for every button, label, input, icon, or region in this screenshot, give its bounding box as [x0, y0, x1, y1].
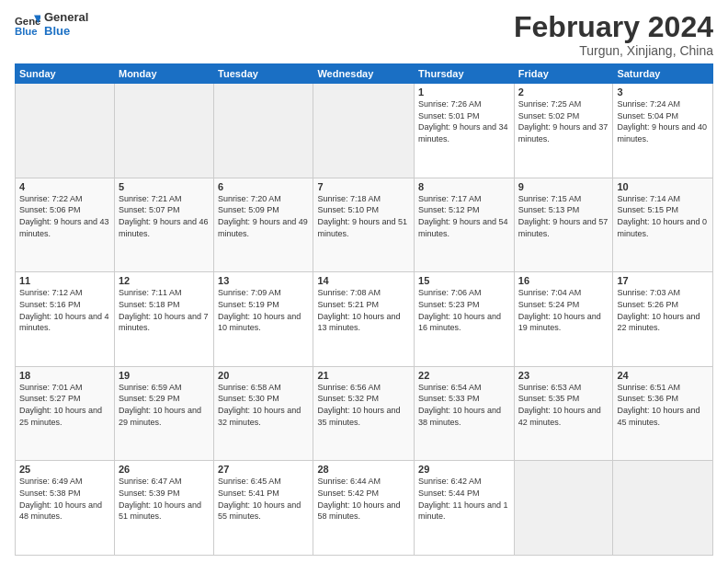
- calendar-table: Sunday Monday Tuesday Wednesday Thursday…: [15, 63, 713, 556]
- logo-general: General: [44, 11, 88, 25]
- week-row-3: 11Sunrise: 7:12 AM Sunset: 5:16 PM Dayli…: [16, 272, 713, 367]
- day-number: 3: [617, 86, 709, 98]
- day-info: Sunrise: 6:45 AM Sunset: 5:41 PM Dayligh…: [218, 476, 309, 522]
- day-cell: 28Sunrise: 6:44 AM Sunset: 5:42 PM Dayli…: [313, 461, 415, 556]
- day-number: 12: [119, 275, 210, 286]
- header: General Blue General Blue February 2024 …: [15, 11, 713, 58]
- day-cell: 8Sunrise: 7:17 AM Sunset: 5:12 PM Daylig…: [415, 178, 515, 272]
- day-info: Sunrise: 7:22 AM Sunset: 5:06 PM Dayligh…: [19, 193, 110, 239]
- day-info: Sunrise: 7:21 AM Sunset: 5:07 PM Dayligh…: [119, 193, 210, 239]
- week-row-1: 1Sunrise: 7:26 AM Sunset: 5:01 PM Daylig…: [16, 84, 713, 178]
- day-number: 27: [218, 464, 309, 475]
- day-info: Sunrise: 7:25 AM Sunset: 5:02 PM Dayligh…: [518, 98, 609, 144]
- day-cell: 13Sunrise: 7:09 AM Sunset: 5:19 PM Dayli…: [214, 272, 313, 367]
- day-cell: 22Sunrise: 6:54 AM Sunset: 5:33 PM Dayli…: [415, 366, 515, 461]
- day-cell: 19Sunrise: 6:59 AM Sunset: 5:29 PM Dayli…: [114, 366, 213, 461]
- day-cell: 29Sunrise: 6:42 AM Sunset: 5:44 PM Dayli…: [415, 461, 515, 556]
- day-number: 5: [119, 181, 210, 192]
- day-number: 14: [317, 275, 410, 286]
- day-cell: [313, 84, 415, 178]
- day-cell: 25Sunrise: 6:49 AM Sunset: 5:38 PM Dayli…: [16, 461, 115, 556]
- logo-blue: Blue: [44, 25, 88, 39]
- day-cell: 17Sunrise: 7:03 AM Sunset: 5:26 PM Dayli…: [613, 272, 713, 367]
- day-number: 20: [218, 370, 309, 381]
- day-info: Sunrise: 6:53 AM Sunset: 5:35 PM Dayligh…: [518, 382, 609, 428]
- logo: General Blue General Blue: [15, 11, 88, 39]
- day-number: 11: [19, 275, 110, 286]
- week-row-2: 4Sunrise: 7:22 AM Sunset: 5:06 PM Daylig…: [16, 178, 713, 272]
- day-number: 22: [418, 370, 510, 381]
- month-title: February 2024: [514, 11, 713, 43]
- day-cell: 24Sunrise: 6:51 AM Sunset: 5:36 PM Dayli…: [613, 366, 713, 461]
- day-info: Sunrise: 7:01 AM Sunset: 5:27 PM Dayligh…: [19, 382, 110, 428]
- day-info: Sunrise: 7:20 AM Sunset: 5:09 PM Dayligh…: [218, 193, 309, 239]
- day-cell: [114, 84, 213, 178]
- day-number: 13: [218, 275, 309, 286]
- day-cell: 4Sunrise: 7:22 AM Sunset: 5:06 PM Daylig…: [16, 178, 115, 272]
- day-number: 23: [518, 370, 609, 381]
- day-number: 15: [418, 275, 510, 286]
- day-info: Sunrise: 6:58 AM Sunset: 5:30 PM Dayligh…: [218, 382, 309, 428]
- calendar-page: General Blue General Blue February 2024 …: [0, 0, 728, 563]
- day-cell: [214, 84, 313, 178]
- day-cell: 27Sunrise: 6:45 AM Sunset: 5:41 PM Dayli…: [214, 461, 313, 556]
- week-row-5: 25Sunrise: 6:49 AM Sunset: 5:38 PM Dayli…: [16, 461, 713, 556]
- day-info: Sunrise: 7:24 AM Sunset: 5:04 PM Dayligh…: [617, 98, 709, 144]
- day-number: 16: [518, 275, 609, 286]
- day-number: 26: [119, 464, 210, 475]
- day-info: Sunrise: 7:18 AM Sunset: 5:10 PM Dayligh…: [317, 193, 410, 239]
- day-cell: 10Sunrise: 7:14 AM Sunset: 5:15 PM Dayli…: [613, 178, 713, 272]
- day-number: 9: [518, 181, 609, 192]
- day-cell: 20Sunrise: 6:58 AM Sunset: 5:30 PM Dayli…: [214, 366, 313, 461]
- day-number: 17: [617, 275, 709, 286]
- day-number: 29: [418, 464, 510, 475]
- day-info: Sunrise: 7:06 AM Sunset: 5:23 PM Dayligh…: [418, 287, 510, 333]
- header-row: Sunday Monday Tuesday Wednesday Thursday…: [16, 64, 713, 84]
- day-cell: [514, 461, 613, 556]
- location-title: Turgun, Xinjiang, China: [514, 43, 713, 58]
- svg-text:Blue: Blue: [15, 25, 38, 36]
- day-info: Sunrise: 6:44 AM Sunset: 5:42 PM Dayligh…: [317, 476, 410, 522]
- day-number: 25: [19, 464, 110, 475]
- day-number: 2: [518, 86, 609, 98]
- day-cell: 11Sunrise: 7:12 AM Sunset: 5:16 PM Dayli…: [16, 272, 115, 367]
- day-info: Sunrise: 7:08 AM Sunset: 5:21 PM Dayligh…: [317, 287, 410, 333]
- day-info: Sunrise: 7:04 AM Sunset: 5:24 PM Dayligh…: [518, 287, 609, 333]
- day-number: 19: [119, 370, 210, 381]
- day-info: Sunrise: 6:51 AM Sunset: 5:36 PM Dayligh…: [617, 382, 709, 428]
- day-info: Sunrise: 7:17 AM Sunset: 5:12 PM Dayligh…: [418, 193, 510, 239]
- col-tuesday: Tuesday: [214, 64, 313, 84]
- day-info: Sunrise: 6:47 AM Sunset: 5:39 PM Dayligh…: [119, 476, 210, 522]
- col-saturday: Saturday: [613, 64, 713, 84]
- day-number: 4: [19, 181, 110, 192]
- col-sunday: Sunday: [16, 64, 115, 84]
- day-cell: 26Sunrise: 6:47 AM Sunset: 5:39 PM Dayli…: [114, 461, 213, 556]
- day-info: Sunrise: 7:09 AM Sunset: 5:19 PM Dayligh…: [218, 287, 309, 333]
- col-wednesday: Wednesday: [313, 64, 415, 84]
- day-info: Sunrise: 6:56 AM Sunset: 5:32 PM Dayligh…: [317, 382, 410, 428]
- day-info: Sunrise: 7:14 AM Sunset: 5:15 PM Dayligh…: [617, 193, 709, 239]
- day-cell: 6Sunrise: 7:20 AM Sunset: 5:09 PM Daylig…: [214, 178, 313, 272]
- col-thursday: Thursday: [415, 64, 515, 84]
- day-cell: 9Sunrise: 7:15 AM Sunset: 5:13 PM Daylig…: [514, 178, 613, 272]
- day-cell: 15Sunrise: 7:06 AM Sunset: 5:23 PM Dayli…: [415, 272, 515, 367]
- day-info: Sunrise: 6:54 AM Sunset: 5:33 PM Dayligh…: [418, 382, 510, 428]
- day-cell: 7Sunrise: 7:18 AM Sunset: 5:10 PM Daylig…: [313, 178, 415, 272]
- day-cell: 18Sunrise: 7:01 AM Sunset: 5:27 PM Dayli…: [16, 366, 115, 461]
- day-number: 21: [317, 370, 410, 381]
- day-info: Sunrise: 7:26 AM Sunset: 5:01 PM Dayligh…: [418, 98, 510, 144]
- day-cell: [16, 84, 115, 178]
- day-info: Sunrise: 7:12 AM Sunset: 5:16 PM Dayligh…: [19, 287, 110, 333]
- day-cell: 12Sunrise: 7:11 AM Sunset: 5:18 PM Dayli…: [114, 272, 213, 367]
- day-cell: 14Sunrise: 7:08 AM Sunset: 5:21 PM Dayli…: [313, 272, 415, 367]
- day-info: Sunrise: 6:59 AM Sunset: 5:29 PM Dayligh…: [119, 382, 210, 428]
- logo-icon: General Blue: [15, 12, 40, 38]
- day-cell: 21Sunrise: 6:56 AM Sunset: 5:32 PM Dayli…: [313, 366, 415, 461]
- day-cell: 2Sunrise: 7:25 AM Sunset: 5:02 PM Daylig…: [514, 84, 613, 178]
- day-number: 28: [317, 464, 410, 475]
- day-info: Sunrise: 7:15 AM Sunset: 5:13 PM Dayligh…: [518, 193, 609, 239]
- day-number: 6: [218, 181, 309, 192]
- day-number: 24: [617, 370, 709, 381]
- day-info: Sunrise: 7:11 AM Sunset: 5:18 PM Dayligh…: [119, 287, 210, 333]
- day-cell: 1Sunrise: 7:26 AM Sunset: 5:01 PM Daylig…: [415, 84, 515, 178]
